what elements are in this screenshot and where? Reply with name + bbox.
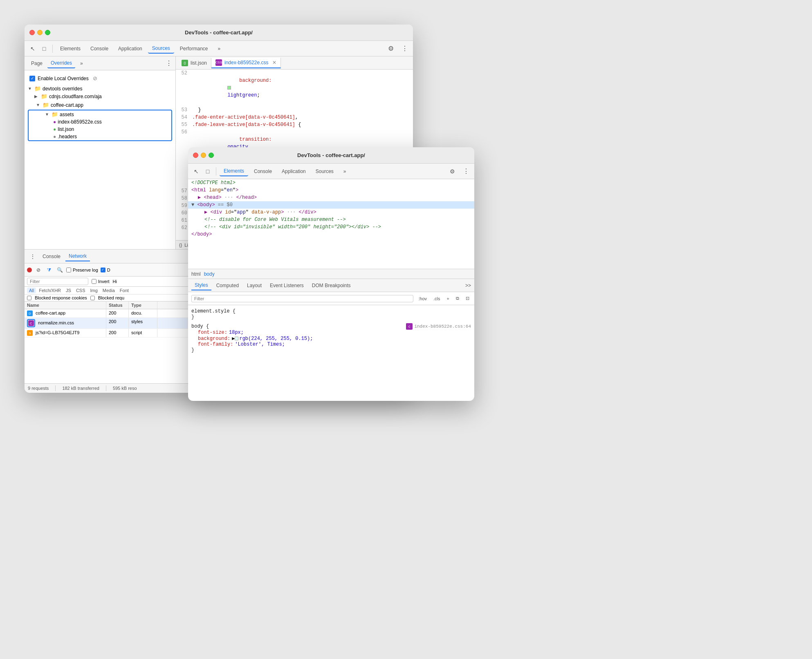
tab-sources[interactable]: Sources xyxy=(148,44,174,54)
cursor-inspect-icon-front[interactable]: ↖ xyxy=(191,166,201,176)
minimize-button[interactable] xyxy=(37,30,43,35)
tree-label-assets: assets xyxy=(60,112,74,117)
type-btn-js[interactable]: JS xyxy=(64,288,73,293)
filter-icon[interactable]: ⧩ xyxy=(45,266,53,274)
style-selector-body: body { xyxy=(191,324,209,329)
type-btn-fetch[interactable]: Fetch/XHR xyxy=(37,288,63,293)
cls-button[interactable]: .cls xyxy=(432,295,442,302)
toolbar-sep-front xyxy=(216,167,216,175)
sidebar-more-button[interactable]: » xyxy=(77,59,86,68)
styles-tab-layout[interactable]: Layout xyxy=(244,281,265,290)
more-menu-front[interactable]: ⋮ xyxy=(461,166,471,176)
style-brace-close-0: } xyxy=(191,314,471,320)
styles-more-button[interactable]: >> xyxy=(465,283,471,288)
style-prop-background: background: xyxy=(191,336,230,342)
styles-tab-styles[interactable]: Styles xyxy=(191,281,211,290)
tree-item-json[interactable]: ● list.json xyxy=(29,126,171,133)
settings-icon-front[interactable]: ⚙ xyxy=(447,166,457,176)
sidebar-tab-page[interactable]: Page xyxy=(28,59,46,68)
clear-icon[interactable]: ⊘ xyxy=(34,266,43,274)
network-filter-input[interactable] xyxy=(27,278,88,285)
enable-overrides-checkbox[interactable]: ✓ xyxy=(29,76,35,81)
sources-sidebar: Page Overrides » ⋮ ✓ Enable Local Overri… xyxy=(25,56,176,249)
enable-overrides-row[interactable]: ✓ Enable Local Overrides ⊘ xyxy=(25,74,175,83)
tab-elements[interactable]: Elements xyxy=(56,44,85,53)
copy-style-button[interactable]: ⧉ xyxy=(454,295,461,302)
type-btn-font[interactable]: Font xyxy=(118,288,131,293)
file-tab-css[interactable]: CSS index-b859522e.css ✕ xyxy=(211,58,281,68)
styles-tab-dom[interactable]: DOM Breakpoints xyxy=(309,281,354,290)
file-tab-css-label: index-b859522e.css xyxy=(224,60,268,65)
elements-body: <!DOCTYPE html> <html lang="en"> ▶ <head… xyxy=(188,179,474,400)
tab-performance[interactable]: Performance xyxy=(176,44,212,53)
tree-label-coffee-cart: coffee-cart.app xyxy=(51,102,83,108)
bottom-dots-icon[interactable]: ⋮ xyxy=(28,252,38,261)
styles-tab-computed[interactable]: Computed xyxy=(213,281,242,290)
search-icon[interactable]: 🔍 xyxy=(56,266,64,274)
net-cell-status-2: 200 xyxy=(106,329,129,337)
tree-item-css[interactable]: ● index-b859522e.css xyxy=(29,118,171,126)
css-file-icon-2: C xyxy=(28,320,34,326)
type-btn-media[interactable]: Media xyxy=(101,288,117,293)
add-style-button[interactable]: + xyxy=(445,295,451,302)
breadcrumb-body[interactable]: body xyxy=(204,271,215,277)
cursor-inspect-icon[interactable]: ↖ xyxy=(28,44,38,54)
title-bar-back: DevTools - coffee-cart.app/ xyxy=(25,25,413,41)
tab-application-front[interactable]: Application xyxy=(278,167,310,176)
hov-button[interactable]: :hov xyxy=(417,295,428,302)
type-btn-all[interactable]: All xyxy=(27,288,36,293)
more-tabs-button[interactable]: » xyxy=(214,44,225,53)
type-btn-img[interactable]: Img xyxy=(88,288,100,293)
net-cell-status-1: 200 xyxy=(106,318,129,328)
type-btn-css[interactable]: CSS xyxy=(74,288,87,293)
tab-sources-front[interactable]: Sources xyxy=(312,167,338,176)
close-tab-button[interactable]: ✕ xyxy=(272,60,276,65)
bottom-tab-network[interactable]: Network xyxy=(65,252,90,261)
tree-label-json: list.json xyxy=(58,126,74,132)
tab-application[interactable]: Application xyxy=(114,44,146,53)
sidebar-menu-icon[interactable]: ⋮ xyxy=(166,59,172,67)
breadcrumb-html[interactable]: html xyxy=(191,271,201,277)
tree-label-cdnjs: cdnjs.cloudflare.com/aja xyxy=(49,94,102,99)
file-tab-json[interactable]: {} list.json xyxy=(177,58,211,68)
bottom-tab-console[interactable]: Console xyxy=(39,252,64,261)
tab-console[interactable]: Console xyxy=(86,44,112,53)
tree-root[interactable]: ▼ 📁 devtools overrides xyxy=(25,85,175,92)
settings-icon[interactable]: ⚙ xyxy=(386,44,396,54)
device-icon[interactable]: □ xyxy=(39,44,49,54)
more-menu-icon[interactable]: ⋮ xyxy=(400,44,410,54)
html-line-body[interactable]: ▼ <body> == $0 xyxy=(188,201,474,209)
maximize-button-front[interactable] xyxy=(209,153,214,158)
maximize-button[interactable] xyxy=(45,30,50,35)
blocked-cookies-check[interactable] xyxy=(27,296,31,300)
close-button[interactable] xyxy=(29,30,35,35)
preserve-log-checkbox[interactable]: Preserve log xyxy=(66,268,98,272)
tree-item-cdnjs[interactable]: ▶ 📁 cdnjs.cloudflare.com/aja xyxy=(25,92,175,100)
styles-filter-input[interactable] xyxy=(191,295,413,302)
tab-elements-front[interactable]: Elements xyxy=(220,166,248,176)
disable-cache-checkbox[interactable]: ✓ D xyxy=(101,268,110,272)
layout-button[interactable]: ⊡ xyxy=(464,295,471,302)
device-icon-front[interactable]: □ xyxy=(203,166,213,176)
file-tab-json-label: list.json xyxy=(191,60,207,66)
tab-console-front[interactable]: Console xyxy=(250,167,276,176)
styles-tab-event[interactable]: Event Listeners xyxy=(267,281,307,290)
record-button[interactable] xyxy=(27,268,32,272)
html-line-div-app: ▶ <div id="app" data-v-app> ··· </div> xyxy=(188,209,474,216)
tree-item-coffee-cart[interactable]: ▼ 📁 coffee-cart.app xyxy=(26,101,174,109)
close-button-front[interactable] xyxy=(193,153,198,158)
tree-item-headers[interactable]: ● .headers xyxy=(29,133,171,140)
minimize-button-front[interactable] xyxy=(201,153,206,158)
blocked-req-check[interactable] xyxy=(90,296,95,300)
styles-tabs: Styles Computed Layout Event Listeners D… xyxy=(188,279,474,292)
invert-checkbox[interactable]: Invert xyxy=(92,279,110,284)
transferred-text: 182 kB transferred xyxy=(62,386,99,391)
style-source-link[interactable]: C index-b859522e.css:64 xyxy=(406,323,471,330)
style-prop-font-size: font-size: xyxy=(191,330,227,335)
style-selector-element: element.style { xyxy=(191,308,471,314)
net-cell-type-2: script xyxy=(129,329,157,337)
sidebar-tab-overrides[interactable]: Overrides xyxy=(47,58,75,68)
more-tabs-front[interactable]: » xyxy=(339,167,350,176)
tree-item-assets[interactable]: ▼ 📁 assets xyxy=(29,110,171,118)
blocked-cookies-label: Blocked response cookies xyxy=(35,295,87,300)
